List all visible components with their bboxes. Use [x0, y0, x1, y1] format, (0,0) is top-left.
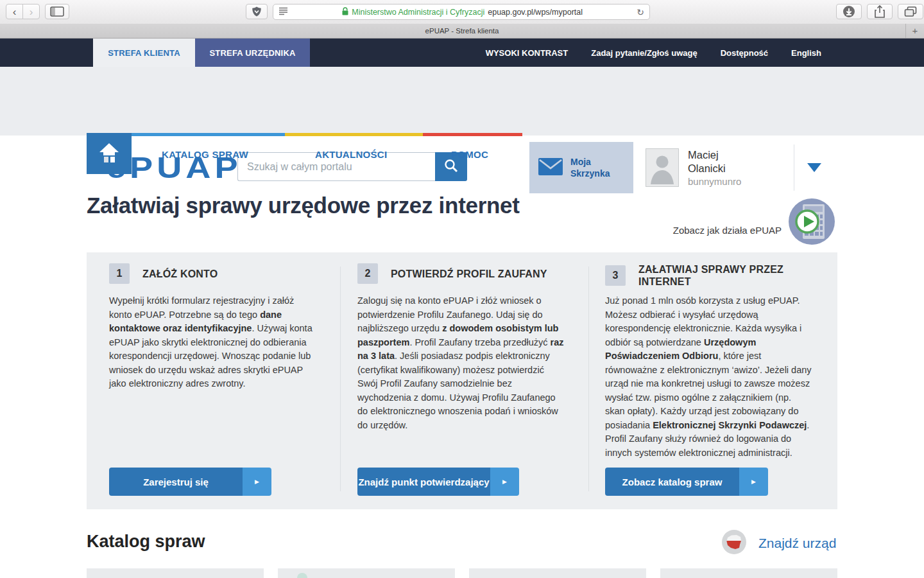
url-path: epuap.gov.pl/wps/myportal	[488, 8, 583, 17]
high-contrast-link[interactable]: WYSOKI KONTRAST	[486, 48, 569, 58]
download-icon	[843, 5, 855, 18]
chevron-down-icon[interactable]	[807, 163, 821, 172]
find-office-label: Znajdź urząd	[758, 536, 836, 551]
share-button[interactable]	[867, 4, 893, 19]
reader-icon[interactable]	[278, 6, 288, 18]
user-menu[interactable]: Maciej Olanicki bunnymunro	[635, 142, 837, 193]
safari-window: ‹ › Ministerstwo Administracji i Cyfryza…	[0, 0, 924, 578]
catalog-heading: Katalog spraw	[87, 532, 205, 552]
step-3-text: Już ponad 1 mln osób korzysta z usług eP…	[605, 294, 812, 460]
step-1-text: Wypełnij krótki formularz rejestracyjny …	[109, 294, 314, 391]
nav-aktualnosci[interactable]: AKTUALNOŚCI	[315, 136, 387, 174]
lock-icon	[342, 7, 348, 17]
step-3-title: ZAŁATWIAJ SPRAWY PRZEZ INTERNET	[638, 263, 798, 288]
back-button[interactable]: ‹	[6, 4, 23, 19]
catalog-card-stub[interactable]	[469, 568, 646, 578]
extension-shield-button[interactable]	[246, 4, 268, 19]
arrow-right-icon: ▶	[739, 468, 768, 496]
tab-strefa-urzednika[interactable]: STREFA URZĘDNIKA	[195, 39, 310, 67]
downloads-button[interactable]	[836, 4, 862, 19]
home-button[interactable]	[87, 133, 132, 174]
catalog-card-stub[interactable]	[278, 568, 455, 578]
sidebar-icon	[50, 6, 64, 17]
video-link[interactable]: Zobacz jak działa ePUAP	[552, 225, 782, 236]
envelope-icon	[538, 158, 563, 178]
shield-icon	[251, 5, 262, 18]
tab-strefa-klienta[interactable]: STREFA KLIENTA	[93, 39, 195, 67]
divider	[794, 144, 794, 191]
page-title: Załatwiaj sprawy urzędowe przez internet	[87, 193, 520, 218]
find-office-link[interactable]: Znajdź urząd	[721, 529, 836, 557]
zone-navbar: STREFA KLIENTA STREFA URZĘDNIKA WYSOKI K…	[0, 39, 924, 67]
url-site-name: Ministerstwo Administracji i Cyfryzacji	[352, 8, 484, 17]
step-2-text: Zaloguj się na konto ePUAP i złóż wniose…	[357, 294, 566, 432]
utility-links: WYSOKI KONTRAST Zadaj pytanie/Zgłoś uwag…	[486, 39, 821, 67]
url-text: Ministerstwo Administracji i Cyfryzacji …	[288, 7, 637, 17]
browser-tab-bar: ePUAP - Strefa klienta +	[0, 24, 924, 39]
step-3-header: 3 ZAŁATWIAJ SPRAWY PRZEZ INTERNET	[605, 263, 798, 288]
catalog-card-stub[interactable]	[87, 568, 264, 578]
step-1-title: ZAŁÓŻ KONTO	[142, 268, 302, 280]
tabs-overview-button[interactable]	[898, 4, 923, 19]
register-button[interactable]: Zarejestruj się ▶	[109, 468, 271, 496]
forward-button[interactable]: ›	[22, 4, 40, 19]
user-name: Maciej Olanicki	[688, 148, 726, 175]
arrow-right-icon: ▶	[490, 468, 519, 496]
language-link[interactable]: English	[791, 48, 821, 58]
avatar	[646, 148, 679, 187]
home-icon	[98, 142, 120, 165]
category-icon	[297, 573, 307, 578]
refresh-icon[interactable]: ↻	[637, 8, 644, 17]
my-inbox-button[interactable]: Moja Skrzynka	[529, 142, 633, 193]
feedback-link[interactable]: Zadaj pytanie/Zgłoś uwagę	[591, 48, 697, 58]
step-number-badge: 3	[605, 265, 626, 286]
url-field[interactable]: Ministerstwo Administracji i Cyfryzacji …	[273, 4, 650, 20]
user-login: bunnymunro	[688, 176, 741, 187]
accessibility-link[interactable]: Dostępność	[721, 48, 768, 58]
nav-katalog-spraw[interactable]: KATALOG SPRAW	[162, 136, 248, 174]
arrow-right-icon: ▶	[243, 468, 271, 496]
divider	[588, 267, 589, 491]
steps-section: 1 ZAŁÓŻ KONTO Wypełnij krótki formularz …	[87, 252, 837, 509]
video-play-icon[interactable]	[788, 198, 835, 245]
see-catalog-button[interactable]: Zobacz katalog spraw ▶	[605, 468, 768, 496]
poland-map-icon	[721, 529, 747, 557]
step-number-badge: 2	[357, 263, 378, 284]
divider	[340, 267, 341, 491]
catalog-card-stub[interactable]	[660, 568, 837, 578]
share-icon	[874, 5, 886, 18]
new-tab-button[interactable]: +	[905, 24, 924, 38]
step-2-title: POTWIERDŹ PROFIL ZAUFANY	[391, 268, 550, 280]
step-number-badge: 1	[109, 263, 130, 284]
find-confirmation-point-button[interactable]: Znajdź punkt potwierdzający ▶	[357, 468, 519, 496]
find-confirmation-point-label: Znajdź punkt potwierdzający	[357, 468, 490, 496]
register-button-label: Zarejestruj się	[109, 468, 243, 496]
tabs-overview-icon	[904, 6, 917, 17]
site-header: ePUAP 2 Moja Skrzynka	[0, 67, 924, 136]
nav-pomoc[interactable]: POMOC	[451, 136, 488, 174]
browser-tab[interactable]: ePUAP - Strefa klienta	[0, 24, 924, 38]
my-inbox-label: Moja Skrzynka	[570, 156, 610, 179]
browser-toolbar: ‹ › Ministerstwo Administracji i Cyfryza…	[0, 0, 924, 24]
see-catalog-label: Zobacz katalog spraw	[605, 468, 739, 496]
sidebar-toggle-button[interactable]	[45, 4, 69, 19]
step-2-header: 2 POTWIERDŹ PROFIL ZAUFANY	[357, 263, 550, 284]
step-1-header: 1 ZAŁÓŻ KONTO	[109, 263, 302, 284]
